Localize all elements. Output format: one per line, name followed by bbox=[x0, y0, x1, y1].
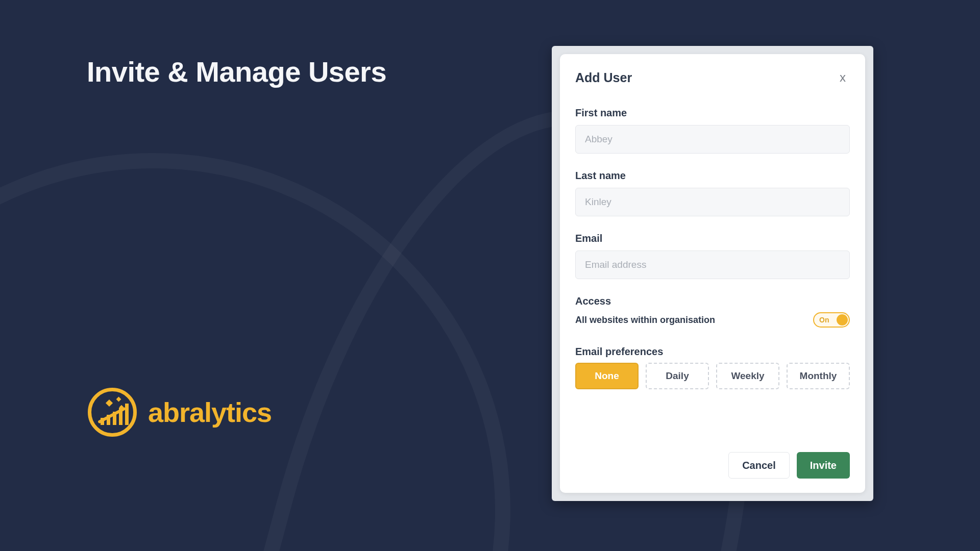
email-preferences-section: Email preferences None Daily Weekly Mont… bbox=[575, 346, 850, 389]
first-name-input[interactable] bbox=[575, 125, 850, 154]
toggle-knob bbox=[837, 314, 848, 325]
access-scope-text: All websites within organisation bbox=[575, 315, 715, 325]
email-pref-weekly[interactable]: Weekly bbox=[716, 363, 779, 389]
email-pref-monthly[interactable]: Monthly bbox=[787, 363, 850, 389]
modal-backdrop: Add User x First name Last name Email Ac… bbox=[552, 46, 873, 501]
email-group: Email bbox=[575, 233, 850, 279]
email-pref-none[interactable]: None bbox=[575, 363, 639, 389]
close-icon[interactable]: x bbox=[836, 68, 850, 87]
email-input[interactable] bbox=[575, 251, 850, 279]
first-name-label: First name bbox=[575, 107, 850, 119]
brand-name: abralytics bbox=[148, 396, 272, 428]
access-section: Access All websites within organisation … bbox=[575, 295, 850, 346]
last-name-input[interactable] bbox=[575, 188, 850, 216]
last-name-label: Last name bbox=[575, 170, 850, 182]
last-name-group: Last name bbox=[575, 170, 850, 216]
decorative-swoop bbox=[0, 153, 510, 551]
brand-logo: abralytics bbox=[88, 388, 272, 437]
toggle-state-label: On bbox=[819, 316, 829, 324]
access-heading: Access bbox=[575, 295, 850, 307]
invite-button[interactable]: Invite bbox=[797, 452, 850, 479]
page-title: Invite & Manage Users bbox=[87, 55, 386, 88]
access-toggle[interactable]: On bbox=[813, 312, 850, 328]
first-name-group: First name bbox=[575, 107, 850, 154]
email-prefs-heading: Email preferences bbox=[575, 346, 850, 358]
modal-footer: Cancel Invite bbox=[575, 452, 850, 479]
modal-title: Add User bbox=[575, 70, 632, 85]
email-pref-daily[interactable]: Daily bbox=[646, 363, 709, 389]
cancel-button[interactable]: Cancel bbox=[728, 452, 790, 479]
modal-header: Add User x bbox=[575, 68, 850, 87]
add-user-modal: Add User x First name Last name Email Ac… bbox=[560, 54, 865, 493]
email-label: Email bbox=[575, 233, 850, 244]
brand-mark-icon bbox=[88, 388, 137, 437]
